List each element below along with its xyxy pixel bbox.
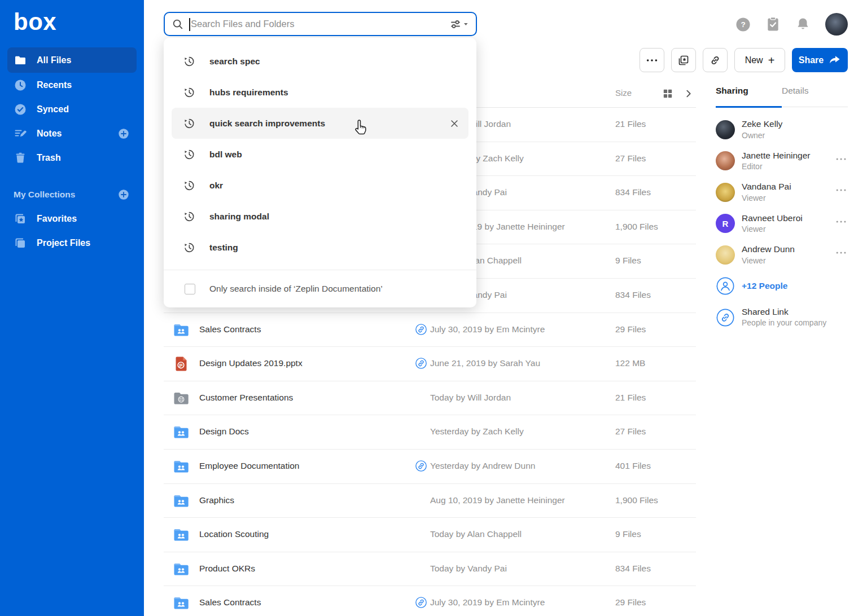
search-filter-icon[interactable] [450,19,469,30]
folder-collab-icon [172,526,190,544]
shared-link-title: Shared Link [742,306,826,317]
folder-collab-icon [172,457,190,476]
sidebar-item-recents[interactable]: Recents [7,73,137,97]
share-button[interactable]: Share [792,48,848,72]
chevron-right-icon[interactable] [684,89,694,99]
shared-link-icon [716,308,735,327]
text-caret [189,18,190,31]
recent-search-item[interactable]: hubs requirements [164,77,476,108]
avatar [716,120,735,139]
history-icon [183,179,195,192]
favorites-icon [14,212,27,226]
sidebar-item-label: Trash [37,153,61,163]
size-text: 29 Files [615,324,646,335]
file-row[interactable]: Employee DocumentationYesterday by Andre… [164,450,696,484]
collaborator-menu-icon[interactable] [835,219,848,224]
collaborator-row[interactable]: Zeke KellyOwner [716,114,848,146]
file-name: Employee Documentation [199,461,300,471]
add-collection-icon[interactable] [117,188,130,201]
box-app: box All FilesRecentsSyncedNotesTrash My … [0,0,867,616]
file-ppt-icon: P [172,355,190,373]
sidebar-item-favorites[interactable]: Favorites [7,206,137,231]
file-row[interactable]: GraphicsAug 10, 2019 by Janette Heininge… [164,484,696,518]
recent-search-item[interactable]: quick search improvements [172,108,468,139]
recent-search-item[interactable]: okr [164,170,476,201]
toolbar: New + Share [640,48,848,72]
grid-view-icon[interactable] [663,89,673,99]
sidebar-item-label: Synced [37,104,69,115]
search-scope-row[interactable]: Only search inside of ‘Zeplin Documentat… [164,270,476,307]
recent-search-item[interactable]: testing [164,232,476,263]
file-row[interactable]: Product OKRsToday by Vandy Pai834 Files [164,552,696,587]
more-options-button[interactable] [640,48,664,72]
box-logo: box [14,9,144,35]
collaborator-row[interactable]: RRavneet UberoiViewer [716,208,848,240]
size-text: 27 Files [615,153,646,164]
scope-checkbox[interactable] [185,284,195,294]
sidebar-section-my-collections[interactable]: My Collections [7,182,137,206]
recent-search-item[interactable]: search spec [164,46,476,77]
more-people-button[interactable]: +12 People [716,271,848,301]
search-input[interactable] [190,18,450,30]
recent-search-item[interactable]: sharing modal [164,201,476,232]
sidebar-item-all-files[interactable]: All Files [7,47,137,73]
get-link-button[interactable] [703,48,728,72]
file-row[interactable]: Design DocsYesterday by Zach Kelly27 Fil… [164,415,696,450]
folder-collab-icon [172,560,190,578]
new-button[interactable]: New + [734,48,785,72]
history-icon [183,86,195,99]
tab-sharing[interactable]: Sharing [716,81,782,107]
shared-link-row[interactable]: Shared Link People in your company [716,301,848,334]
file-row[interactable]: Sales ContractsJuly 30, 2019 by Em Mcint… [164,313,696,347]
remove-search-icon[interactable] [449,118,459,129]
file-row[interactable]: Location ScoutingToday by Alan Chappell9… [164,518,696,552]
tab-details[interactable]: Details [782,81,848,107]
more-people-label: +12 People [742,281,787,291]
clipboard-icon[interactable] [765,16,781,33]
shared-link-indicator-icon[interactable] [415,460,427,472]
size-text: 29 Files [615,597,646,608]
sidebar-item-project-files[interactable]: Project Files [7,231,137,255]
panel-tabs: Sharing Details [716,81,848,107]
user-avatar[interactable] [825,13,848,36]
collaborator-menu-icon[interactable] [835,188,848,192]
avatar [716,151,735,170]
check-circle-icon [14,103,27,116]
size-text: 1,900 Files [615,495,658,505]
add-icon[interactable] [117,127,130,140]
shared-link-indicator-icon[interactable] [415,357,427,369]
updated-text: Today by Vandy Pai [430,564,507,574]
section-label: My Collections [14,190,75,200]
history-icon [183,210,195,223]
file-name: Sales Contracts [199,324,261,335]
updated-text: July 30, 2019 by Em Mcintyre [430,324,545,335]
sidebar-item-synced[interactable]: Synced [7,97,137,121]
shared-link-indicator-icon[interactable] [415,323,427,336]
recent-search-label: sharing modal [209,212,269,222]
collaborator-menu-icon[interactable] [835,157,848,161]
folder-collab-icon [172,321,190,339]
recent-search-item[interactable]: bdl web [164,139,476,170]
file-name: Location Scouting [199,529,269,539]
recent-search-label: testing [209,243,238,253]
collaborator-row[interactable]: Vandana PaiViewer [716,177,848,208]
collaborator-role: Owner [742,131,782,141]
collaborator-menu-icon[interactable] [835,250,848,255]
help-icon[interactable]: ? [735,17,751,32]
file-row[interactable]: Sales ContractsJuly 30, 2019 by Em Mcint… [164,586,696,616]
collaborator-row[interactable]: Andrew DunnViewer [716,239,848,271]
file-row[interactable]: Customer PresentationsToday by Will Jord… [164,381,696,416]
history-icon [183,117,195,130]
collaborator-row[interactable]: Janette HeiningerEditor [716,146,848,177]
updated-text: July 30, 2019 by Em Mcintyre [430,597,545,608]
sidebar-item-trash[interactable]: Trash [7,146,137,170]
add-to-collection-button[interactable] [671,48,696,72]
sidebar-item-notes[interactable]: Notes [7,121,137,146]
shared-link-indicator-icon[interactable] [415,596,427,609]
size-column-header[interactable]: Size [615,88,632,98]
svg-text:?: ? [741,20,745,29]
notifications-bell-icon[interactable] [795,16,811,33]
avatar: R [716,214,735,233]
size-text: 27 Files [615,426,646,437]
file-row[interactable]: PDesign Updates 2019.pptxJune 21, 2019 b… [164,347,696,381]
